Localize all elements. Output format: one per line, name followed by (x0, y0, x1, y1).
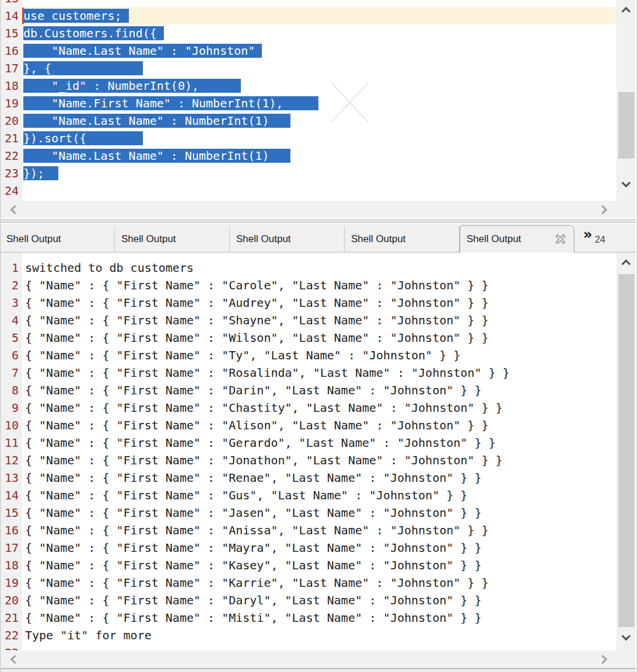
output-line: { "Name" : { "First Name" : "Audrey", "L… (25, 294, 489, 312)
scroll-left-icon[interactable] (10, 655, 20, 664)
output-line: { "Name" : { "First Name" : "Wilson", "L… (25, 329, 489, 346)
selected-text: "_id" : NumberInt(0), (23, 79, 241, 93)
selected-text: }); (23, 166, 58, 180)
line-number: 14 (0, 487, 19, 504)
output-line: { "Name" : { "First Name" : "Carole", "L… (25, 276, 489, 294)
line-number: 15 (0, 504, 19, 522)
output-line: { "Name" : { "First Name" : "Gerardo", "… (25, 434, 496, 452)
window-bottom-strip (0, 668, 638, 672)
editor-code-line: "Name.Last Name" : NumberInt(1) (23, 147, 290, 164)
output-line: { "Name" : { "First Name" : "Mayra", "La… (25, 539, 482, 556)
line-number: 6 (0, 346, 19, 364)
window-right-border (636, 0, 638, 672)
line-number: 22 (0, 626, 19, 644)
output-line: { "Name" : { "First Name" : "Ty", "Last … (25, 346, 461, 364)
script-editor-pane[interactable]: 131415161718192021222324 use customers; … (0, 0, 638, 201)
line-number: 21 (0, 130, 19, 147)
editor-code-line: }, { (23, 60, 143, 77)
line-number: 7 (0, 364, 19, 382)
tab-shell-output-active[interactable]: Shell Output (460, 225, 574, 253)
editor-vscroll-thumb[interactable] (618, 92, 635, 159)
output-line: switched to db customers (25, 259, 194, 276)
output-vscroll-thumb[interactable] (618, 274, 635, 627)
scroll-down-icon[interactable] (622, 632, 631, 641)
tab-label: Shell Output (351, 233, 406, 245)
selected-text: }).sort({ (23, 131, 143, 145)
selected-text: "Name.Last Name" : "Johnston" (23, 44, 262, 58)
output-line: { "Name" : { "First Name" : "Darin", "La… (25, 382, 482, 399)
line-number: 13 (0, 469, 19, 487)
output-horizontal-scrollbar[interactable] (0, 650, 636, 668)
line-number: 17 (0, 539, 19, 556)
tab-label: Shell Output (236, 233, 291, 245)
shell-output-pane[interactable]: 1234567891011121314151617181920212223 sw… (0, 253, 638, 650)
line-number: 18 (0, 556, 19, 574)
hidden-tab-count: 24 (595, 235, 605, 245)
selected-text: "Name.Last Name" : NumberInt(1) (23, 114, 290, 128)
scroll-right-icon[interactable] (598, 205, 608, 215)
output-line: { "Name" : { "First Name" : "Renae", "La… (25, 469, 482, 487)
editor-horizontal-scrollbar[interactable] (0, 201, 636, 218)
output-line: { "Name" : { "First Name" : "Anissa", "L… (25, 522, 489, 539)
line-number: 13 (0, 0, 19, 7)
editor-code-line: }).sort({ (23, 130, 143, 147)
close-icon[interactable] (554, 233, 567, 246)
tab-shell-output[interactable]: Shell Output (115, 226, 230, 252)
line-number: 16 (0, 522, 19, 539)
scroll-up-icon[interactable] (622, 260, 631, 269)
output-line: { "Name" : { "First Name" : "Jonathon", … (25, 452, 503, 469)
line-number: 24 (0, 182, 19, 200)
line-number: 3 (0, 294, 19, 312)
output-line: { "Name" : { "First Name" : "Karrie", "L… (25, 574, 489, 592)
tab-shell-output[interactable]: Shell Output (230, 226, 345, 252)
line-number: 21 (0, 609, 19, 626)
tab-shell-output[interactable]: Shell Output (345, 226, 460, 252)
line-number: 23 (0, 164, 19, 182)
editor-code-line: "_id" : NumberInt(0), (23, 77, 241, 94)
selected-text: "Name.Last Name" : NumberInt(1) (23, 149, 290, 163)
line-number: 19 (0, 94, 19, 112)
tab-label: Shell Output (6, 233, 61, 245)
output-line: { "Name" : { "First Name" : "Alison", "L… (25, 416, 489, 434)
text-caret (22, 8, 24, 24)
line-number: 4 (0, 312, 19, 329)
editor-code-line: }); (23, 164, 58, 182)
line-number: 22 (0, 147, 19, 164)
scroll-left-icon[interactable] (10, 205, 20, 215)
line-number: 14 (0, 7, 19, 24)
editor-code-line: "Name.First Name" : NumberInt(1), (23, 94, 318, 112)
tab-label: Shell Output (121, 233, 176, 245)
output-line: { "Name" : { "First Name" : "Rosalinda",… (25, 364, 510, 382)
line-number: 1 (0, 259, 19, 276)
line-number: 23 (0, 644, 19, 650)
tab-overflow-chevron[interactable]: » 24 (579, 225, 638, 252)
scroll-right-icon[interactable] (598, 655, 608, 664)
line-number: 20 (0, 112, 19, 130)
line-number: 15 (0, 24, 19, 42)
tab-label: Shell Output (467, 233, 521, 245)
line-number: 9 (0, 399, 19, 416)
scroll-down-icon[interactable] (622, 178, 631, 188)
selected-text: }, { (23, 61, 143, 75)
pane-sash-divider[interactable] (0, 218, 638, 224)
window-left-border (0, 0, 1, 672)
shell-output-tabbar: » 24 Shell OutputShell OutputShell Outpu… (0, 224, 638, 253)
line-number: 16 (0, 42, 19, 60)
line-number: 5 (0, 329, 19, 346)
output-vertical-scrollbar[interactable] (616, 253, 636, 650)
line-number: 20 (0, 592, 19, 609)
output-line: { "Name" : { "First Name" : "Chastity", … (25, 399, 503, 416)
output-line: { "Name" : { "First Name" : "Kasey", "La… (25, 556, 482, 574)
watermark-x-icon (329, 80, 370, 124)
selected-text: db.Customers.find({ (23, 26, 164, 40)
selected-text: "Name.First Name" : NumberInt(1), (23, 96, 318, 110)
scroll-up-icon[interactable] (622, 7, 631, 16)
editor-vertical-scrollbar[interactable] (616, 0, 636, 201)
line-number: 2 (0, 276, 19, 294)
line-number: 11 (0, 434, 19, 452)
output-line: { "Name" : { "First Name" : "Misti", "La… (25, 609, 482, 626)
tab-shell-output[interactable]: Shell Output (0, 226, 115, 252)
chevron-overflow-icon[interactable]: » (583, 226, 593, 243)
line-number: 12 (0, 452, 19, 469)
output-line: { "Name" : { "First Name" : "Shayne", "L… (25, 312, 489, 329)
